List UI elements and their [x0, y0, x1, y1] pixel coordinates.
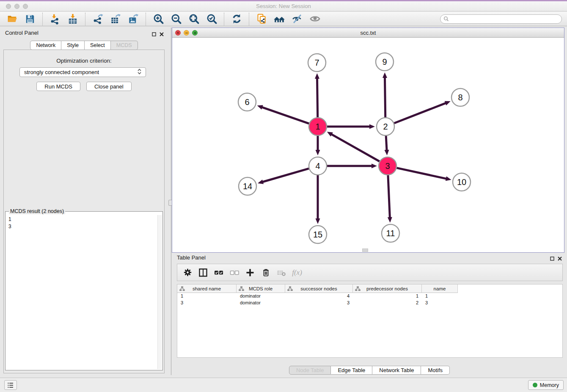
graph-edge-2-3[interactable]	[386, 136, 387, 151]
show-columns-icon[interactable]	[197, 267, 209, 279]
criterion-select[interactable]: strongly connected component	[19, 67, 146, 77]
result-line: 1	[8, 216, 154, 223]
graph-edge-3-10[interactable]	[396, 168, 446, 179]
import-table-icon[interactable]	[66, 13, 79, 25]
mcds-panel: Optimization criterion: strongly connect…	[3, 50, 165, 373]
column-header-predecessor-nodes[interactable]: predecessor nodes	[353, 284, 422, 293]
graph-node-14[interactable]: 14	[239, 177, 256, 195]
run-mcds-button[interactable]: Run MCDS	[36, 82, 80, 91]
column-header-successor-nodes[interactable]: successor nodes	[285, 284, 353, 293]
window-titlebar[interactable]: Session: New Session	[0, 0, 567, 11]
table-row[interactable]: 1dominator411	[177, 293, 562, 300]
criterion-value: strongly connected component	[24, 69, 99, 75]
search-icon	[443, 16, 449, 22]
export-table-icon[interactable]	[109, 13, 122, 25]
close-panel-icon[interactable]	[160, 30, 164, 38]
tree-icon	[355, 286, 361, 292]
destroy-table-icon[interactable]	[275, 267, 287, 279]
network-canvas[interactable]: 1234678910111415	[172, 38, 564, 252]
zoom-selected-icon[interactable]	[205, 13, 218, 25]
float-panel-icon[interactable]	[152, 30, 156, 38]
import-network-icon[interactable]	[49, 13, 61, 25]
graph-edge-2-8[interactable]	[394, 103, 446, 123]
memory-button[interactable]: Memory	[528, 380, 564, 390]
canvas-resize-grip[interactable]	[362, 248, 368, 252]
graph-node-3[interactable]: 3	[379, 157, 396, 175]
select-all-icon[interactable]	[213, 267, 225, 279]
control-panel-tabs: NetworkStyleSelectMCDS	[0, 41, 168, 50]
graph-node-11[interactable]: 11	[382, 224, 399, 242]
float-panel-icon[interactable]	[550, 255, 554, 262]
tab-node-table[interactable]: Node Table	[289, 366, 331, 375]
export-network-icon[interactable]	[91, 13, 104, 25]
table-cell: 4	[285, 293, 353, 300]
table-cell: 3	[422, 300, 458, 306]
homes-icon[interactable]	[273, 13, 286, 25]
graph-node-10[interactable]: 10	[453, 173, 471, 191]
network-graph: 1234678910111415	[172, 38, 564, 253]
zoom-in-icon[interactable]	[152, 13, 165, 25]
graph-node-6[interactable]: 6	[238, 93, 256, 111]
duplicate-network-icon[interactable]	[255, 13, 268, 25]
graph-node-7[interactable]: 7	[308, 54, 326, 72]
graph-edge-1-6[interactable]	[261, 107, 309, 124]
svg-text:11: 11	[386, 229, 395, 238]
table-cell: 1	[353, 293, 422, 300]
column-header-name[interactable]: name	[422, 284, 458, 293]
table-cell: 2	[353, 300, 422, 306]
network-window-titlebar[interactable]: scc.txt	[172, 28, 564, 38]
graph-node-15[interactable]: 15	[309, 226, 327, 243]
column-header-MCDS-role[interactable]: MCDS role	[237, 284, 285, 293]
graph-node-4[interactable]: 4	[309, 157, 327, 175]
show-hidden-eye-icon[interactable]	[308, 13, 321, 25]
svg-text:9: 9	[382, 57, 387, 66]
graph-edge-3-11[interactable]	[388, 175, 390, 218]
close-panel-button[interactable]: Close panel	[86, 82, 132, 91]
table-header-row: shared nameMCDS rolesuccessor nodesprede…	[177, 284, 562, 293]
deselect-all-icon[interactable]	[228, 267, 240, 279]
table-row[interactable]: 3dominator323	[177, 300, 562, 306]
tab-mcds[interactable]: MCDS	[111, 41, 138, 50]
graph-edge-2-9[interactable]	[385, 77, 385, 117]
open-file-icon[interactable]	[6, 13, 19, 25]
network-view-window[interactable]: scc.txt 1234678910111415	[172, 28, 564, 253]
tab-network[interactable]: Network	[30, 41, 61, 50]
edge-arrowhead	[316, 218, 320, 224]
graph-edge-3-1[interactable]	[331, 134, 379, 162]
function-builder-icon[interactable]: f(x)	[291, 267, 303, 279]
close-panel-icon[interactable]	[558, 255, 562, 262]
refresh-layout-icon[interactable]	[230, 13, 243, 25]
tab-network-table[interactable]: Network Table	[372, 366, 421, 375]
task-history-button[interactable]	[4, 380, 17, 390]
zoom-fit-icon[interactable]	[187, 13, 200, 25]
zoom-out-icon[interactable]	[170, 13, 182, 25]
tab-style[interactable]: Style	[61, 41, 85, 50]
svg-text:10: 10	[457, 177, 466, 187]
graph-edge-1-7[interactable]	[317, 78, 317, 117]
graph-edge-4-14[interactable]	[262, 168, 309, 182]
graph-node-1[interactable]: 1	[309, 118, 327, 135]
tab-edge-table[interactable]: Edge Table	[331, 366, 372, 375]
tab-motifs[interactable]: Motifs	[421, 366, 450, 375]
tab-select[interactable]: Select	[85, 41, 111, 50]
save-session-icon[interactable]	[24, 13, 36, 25]
hide-selected-eye-icon[interactable]	[291, 13, 303, 25]
search-box[interactable]	[440, 14, 562, 24]
edge-arrowhead	[316, 150, 320, 155]
table-cell: 3	[177, 300, 237, 306]
export-image-icon[interactable]	[127, 13, 140, 25]
search-input[interactable]	[449, 16, 559, 22]
graph-node-2[interactable]: 2	[377, 118, 394, 135]
column-header-shared-name[interactable]: shared name	[177, 284, 237, 293]
graph-node-8[interactable]: 8	[451, 88, 469, 106]
toolbar-separator	[42, 13, 43, 25]
table-settings-gear-icon[interactable]	[182, 267, 193, 279]
svg-text:14: 14	[243, 182, 252, 191]
table-panel-tabs: Node TableEdge TableNetwork TableMotifs	[172, 366, 567, 375]
delete-column-trash-icon[interactable]	[260, 267, 272, 279]
result-scrollbar[interactable]	[157, 215, 162, 369]
select-stepper-icon	[138, 69, 141, 76]
add-column-icon[interactable]	[244, 267, 256, 279]
graph-node-9[interactable]: 9	[376, 53, 394, 71]
svg-text:6: 6	[245, 97, 249, 107]
